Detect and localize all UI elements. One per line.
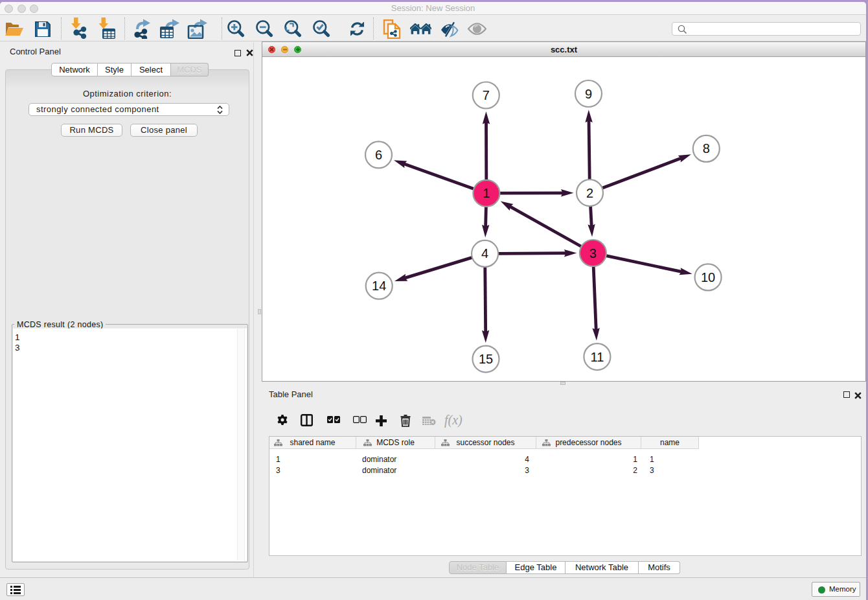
svg-text:2: 2: [586, 186, 593, 200]
svg-text:3: 3: [589, 246, 597, 260]
svg-text:8: 8: [703, 141, 710, 156]
svg-text:7: 7: [483, 88, 490, 102]
svg-text:10: 10: [701, 270, 715, 284]
svg-text:1: 1: [483, 186, 490, 200]
svg-text:9: 9: [585, 87, 592, 101]
svg-text:14: 14: [372, 279, 386, 293]
svg-text:15: 15: [479, 352, 493, 366]
svg-text:6: 6: [375, 148, 382, 162]
svg-text:4: 4: [481, 246, 488, 260]
svg-text:11: 11: [591, 350, 604, 364]
